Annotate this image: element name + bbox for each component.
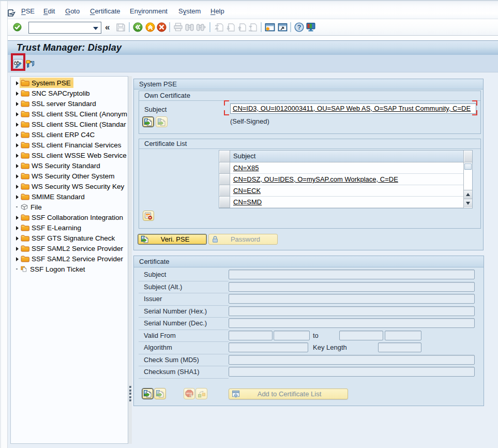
table-scrollbar[interactable] [463, 151, 472, 208]
tree-item-ws-security-ws-security-key[interactable]: WS Security WS Security Key [11, 181, 128, 191]
table-select-all-cell[interactable] [219, 151, 230, 162]
expand-arrow-icon[interactable] [16, 236, 19, 241]
table-scroll-down-button[interactable] [464, 199, 472, 207]
tree-item-body[interactable]: SSL client SSL Client (Standar [20, 119, 128, 129]
gui-settings-button[interactable] [306, 19, 316, 35]
menu-help[interactable]: Help [210, 3, 224, 20]
expand-arrow-icon[interactable] [16, 257, 19, 261]
tree-item-body[interactable]: File [20, 202, 44, 212]
expand-arrow-icon[interactable] [16, 81, 19, 85]
tree-item-body[interactable]: SMIME Standard [20, 191, 87, 202]
menu-environment[interactable]: Environment [130, 3, 168, 20]
tree-item-ws-security-other-system[interactable]: WS Security Other System [11, 171, 128, 181]
tree-item-body[interactable]: SSL client WSSE Web Service [20, 150, 128, 160]
tree-item-body[interactable]: SSL client ERP C4C [20, 129, 97, 140]
tree-item-system-pse[interactable]: System PSE [11, 78, 128, 88]
expand-arrow-icon[interactable] [16, 154, 19, 158]
table-row-subject-link[interactable]: CN=SMD [230, 197, 464, 208]
expand-arrow-icon[interactable] [16, 92, 19, 96]
tree-item-ssl-client-ssl-client-standar[interactable]: SSL client SSL Client (Standar [11, 119, 128, 129]
add-to-certificate-list-button[interactable]: Add to Certificate List [229, 389, 348, 399]
table-row-select-cell[interactable] [219, 197, 230, 208]
expand-arrow-icon[interactable] [16, 133, 19, 137]
expand-arrow-icon[interactable] [16, 143, 19, 147]
tree-item-ssf-e-learning[interactable]: SSF E-Learning [11, 222, 128, 233]
system-context-menu-icon[interactable] [8, 9, 16, 17]
tree-item-ssl-client-financial-services[interactable]: SSL client Financial Services [11, 140, 128, 150]
tree-item-body[interactable]: WS Security Standard [20, 160, 103, 171]
tree-item-body[interactable]: WS Security Other System [20, 171, 117, 181]
menu-certificate[interactable]: Certificate [90, 3, 120, 20]
tree-item-ws-security-standard[interactable]: WS Security Standard [11, 160, 128, 171]
table-scroll-up-button[interactable] [464, 190, 472, 199]
certificate-checksum-sha1--field[interactable] [229, 367, 475, 377]
tree-item-body[interactable]: SSL client Financial Services [20, 140, 124, 150]
expand-arrow-icon[interactable] [16, 226, 19, 230]
key-length-field[interactable] [378, 342, 421, 352]
tree-item-body[interactable]: SSF GTS Signature Check [20, 233, 117, 243]
tree-item-ssf-collaboration-integration[interactable]: SSF Collaboration Integration [11, 212, 128, 222]
tree-item-body[interactable]: SSF SAML2 Service Provider [20, 243, 126, 253]
export-certificate-button[interactable] [154, 388, 166, 399]
collapse-toolbar-button[interactable]: « [105, 19, 110, 35]
command-dropdown-icon[interactable] [93, 27, 98, 30]
table-row-subject-link[interactable]: CN=X85 [230, 162, 464, 174]
certificate-subject-alt--field[interactable] [229, 282, 475, 292]
tree-item-body[interactable]: SSF Logon Ticket [20, 264, 88, 274]
cancel-button[interactable] [157, 19, 167, 35]
tree-item-ssl-client-wsse-web-service[interactable]: SSL client WSSE Web Service [11, 150, 128, 160]
valid-from-time-field[interactable] [274, 331, 310, 340]
tree-item-ssl-server-standard[interactable]: SSL server Standard [11, 98, 128, 109]
stop-request-button[interactable]: STOP [184, 388, 195, 399]
tree-item-ssl-client-ssl-client-anonym[interactable]: SSL client SSL Client (Anonym [11, 109, 128, 119]
find-next-button[interactable] [196, 19, 206, 35]
password-button[interactable]: Password [208, 234, 278, 245]
import-own-certificate-button[interactable] [156, 116, 168, 127]
tree-item-body[interactable]: SSL server Standard [20, 98, 99, 109]
save-button[interactable] [116, 19, 126, 35]
command-input[interactable] [30, 23, 91, 33]
menu-goto[interactable]: Goto [65, 3, 80, 20]
certificate-check-sum-md5--field[interactable] [229, 355, 475, 365]
tree-item-body[interactable]: WS Security WS Security Key [20, 181, 127, 191]
expand-arrow-icon[interactable] [16, 195, 19, 199]
table-row-subject-link[interactable]: CN=ECK [230, 185, 464, 197]
organizer-button[interactable] [195, 388, 207, 399]
expand-arrow-icon[interactable] [16, 123, 19, 127]
valid-from-date-field[interactable] [229, 331, 273, 340]
export-own-certificate-button[interactable] [142, 116, 154, 127]
certificate-issuer-field[interactable] [229, 294, 475, 304]
enter-button[interactable] [13, 19, 22, 35]
splitter-handle[interactable] [128, 76, 132, 444]
exit-button[interactable] [145, 19, 155, 35]
expand-arrow-icon[interactable] [16, 247, 19, 251]
tree-item-snc-sapcryptolib[interactable]: SNC SAPCryptolib [11, 88, 128, 98]
first-page-button[interactable] [214, 19, 224, 35]
replace-pse-button[interactable] [26, 60, 35, 68]
table-column-header-subject[interactable]: Subject [230, 151, 464, 162]
valid-to-date-field[interactable] [339, 331, 383, 340]
find-button[interactable] [185, 19, 194, 35]
table-scrollbar-thumb[interactable] [464, 163, 472, 170]
expand-arrow-icon[interactable] [16, 112, 19, 116]
tree-item-ssf-gts-signature-check[interactable]: SSF GTS Signature Check [11, 233, 128, 243]
verify-pse-button[interactable]: Veri. PSE [138, 234, 207, 245]
menu-system[interactable]: System [178, 3, 201, 20]
tree-item-ssf-saml2-service-provider[interactable]: SSF SAML2 Service Provider [11, 253, 128, 264]
import-certificate-button[interactable] [142, 388, 154, 399]
tree-item-body[interactable]: System PSE [20, 78, 73, 88]
next-page-button[interactable] [237, 19, 247, 35]
expand-arrow-icon[interactable] [16, 174, 19, 178]
tree-item-body[interactable]: SSF SAML2 Service Provider [20, 253, 126, 264]
table-row-select-cell[interactable] [219, 162, 230, 174]
tree-item-ssl-client-erp-c4c[interactable]: SSL client ERP C4C [11, 129, 128, 140]
print-button[interactable] [173, 19, 183, 35]
back-button[interactable] [133, 19, 143, 35]
menu-pse[interactable]: PSE [21, 3, 35, 20]
delete-certificate-button[interactable] [143, 211, 154, 221]
last-page-button[interactable] [248, 19, 258, 35]
tree-item-ssf-saml2-service-provider[interactable]: SSF SAML2 Service Provider [11, 243, 128, 253]
certificate-subject-field[interactable] [229, 270, 475, 279]
expand-arrow-icon[interactable] [16, 185, 19, 189]
certificate-serial-number-hex--field[interactable] [229, 306, 475, 316]
